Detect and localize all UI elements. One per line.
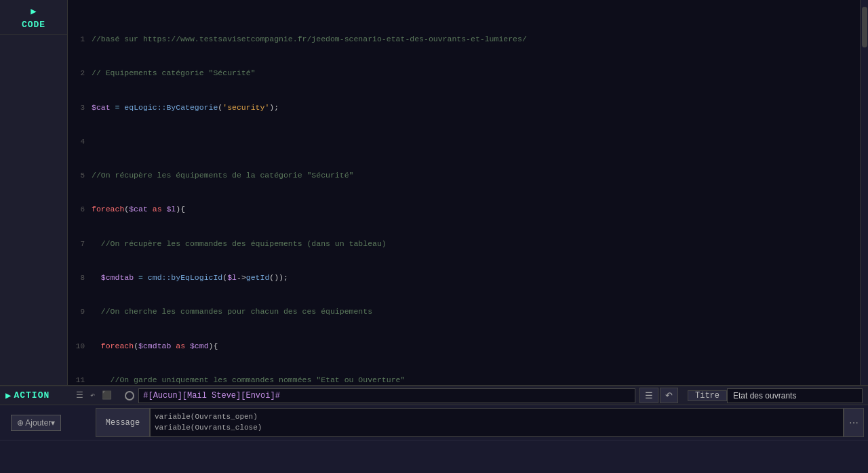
message-label: Message bbox=[96, 408, 150, 437]
message-input[interactable]: variable(Ouvrants_open) variable(Ouvrant… bbox=[150, 408, 844, 437]
sidebar-code-header: ▶ CODE bbox=[0, 0, 67, 35]
titre-input[interactable] bbox=[727, 388, 863, 403]
action-toolbar: ☰ ↶ ⬛ bbox=[74, 390, 114, 401]
scrollbar-thumb[interactable] bbox=[862, 7, 867, 47]
code-line: 2 // Equipements catégorie "Sécurité" bbox=[68, 68, 860, 79]
toolbar-undo-icon[interactable]: ↶ bbox=[88, 390, 97, 401]
code-section: ▶ CODE 1 //basé sur https://www.testsavi… bbox=[0, 0, 868, 385]
scrollbar[interactable] bbox=[860, 0, 868, 385]
action-arrow-icon: ▶ bbox=[5, 390, 11, 401]
message-line-2: variable(Ouvrants_close) bbox=[155, 423, 839, 433]
add-button[interactable]: ⊕ Ajouter▾ bbox=[11, 415, 62, 431]
code-line: 1 //basé sur https://www.testsavisetcomp… bbox=[68, 34, 860, 45]
action-command-input[interactable] bbox=[138, 388, 635, 403]
code-line: 5 //On récupère les équipements de la ca… bbox=[68, 170, 860, 182]
code-line: 4 bbox=[68, 136, 860, 148]
code-editor[interactable]: 1 //basé sur https://www.testsavisetcomp… bbox=[68, 0, 860, 385]
toolbar-block-icon[interactable]: ⬛ bbox=[100, 390, 114, 401]
code-line: 8 $cmdtab = cmd::byEqLogicId($l->getId()… bbox=[68, 272, 860, 284]
message-expand-btn[interactable]: ⋯ bbox=[844, 408, 864, 437]
toolbar-menu-icon[interactable]: ☰ bbox=[74, 390, 85, 401]
action-btn-group: ☰ ↶ bbox=[639, 388, 678, 403]
sidebar-code-title: CODE bbox=[22, 20, 45, 30]
code-line: 7 //On récupère les commandes des équipe… bbox=[68, 239, 860, 250]
code-line: 11 //On garde uniquement les commandes n… bbox=[68, 375, 860, 385]
action-run-btn[interactable]: ↶ bbox=[660, 388, 678, 403]
code-line: 3 $cat = eqLogic::ByCategorie('security'… bbox=[68, 102, 860, 114]
action-header: ▶ ACTION ☰ ↶ ⬛ ☰ ↶ Titre bbox=[0, 386, 868, 405]
message-line-1: variable(Ouvrants_open) bbox=[155, 412, 839, 422]
action-status-circle bbox=[125, 391, 134, 400]
code-line: 9 //On cherche les commandes pour chacun… bbox=[68, 306, 860, 318]
action-title: ACTION bbox=[14, 390, 50, 400]
sidebar: ▶ CODE bbox=[0, 0, 68, 385]
action-list-btn[interactable]: ☰ bbox=[639, 388, 658, 403]
sidebar-arrow-icon: ▶ bbox=[31, 5, 36, 17]
code-content: 1 //basé sur https://www.testsavisetcomp… bbox=[68, 0, 860, 385]
code-line: 6 foreach($cat as $l){ bbox=[68, 204, 860, 215]
titre-label: Titre bbox=[688, 390, 727, 401]
code-line: 10 foreach($cmdtab as $cmd){ bbox=[68, 341, 860, 352]
action-section: ▶ ACTION ☰ ↶ ⬛ ☰ ↶ Titre ⊕ Ajouter▾ bbox=[0, 385, 868, 473]
